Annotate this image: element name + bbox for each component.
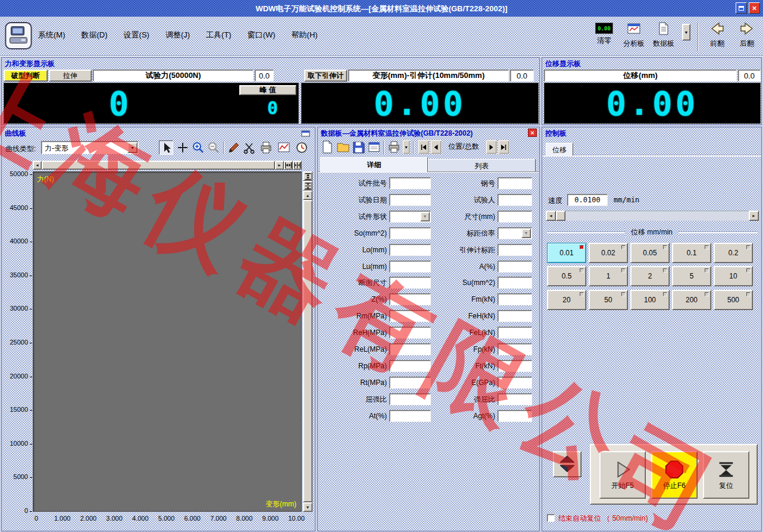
first-record-button[interactable] — [418, 140, 429, 154]
form-input-right-5[interactable] — [498, 244, 532, 256]
fit-height-button[interactable] — [303, 171, 312, 181]
data-board-dropdown[interactable]: ▼ — [682, 24, 690, 40]
save-button[interactable] — [351, 140, 365, 154]
form-input-left-5[interactable] — [389, 244, 431, 256]
menu-item-6[interactable]: 窗口(W) — [248, 30, 276, 40]
form-input-left-9[interactable] — [389, 310, 431, 322]
pointer-tool-button[interactable] — [159, 140, 173, 155]
speed-button-100[interactable]: 100 — [630, 290, 670, 310]
last-record-button[interactable] — [498, 140, 509, 154]
prev-record-button[interactable] — [430, 140, 442, 154]
form-input-right-7[interactable] — [498, 277, 532, 289]
tensile-mode-button[interactable]: 拉伸 — [49, 70, 92, 82]
form-input-right-2[interactable] — [498, 194, 532, 206]
slider-right-button[interactable]: ► — [749, 211, 759, 221]
form-input-left-1[interactable] — [389, 177, 431, 189]
break-judge-button[interactable]: 破型判断 — [4, 70, 48, 82]
chevron-down-icon[interactable]: ▼ — [127, 142, 137, 153]
form-input-right-10[interactable] — [498, 327, 532, 339]
form-input-left-4[interactable] — [389, 227, 431, 239]
form-input-right-4[interactable]: ▼ — [498, 227, 532, 239]
form-input-right-1[interactable] — [498, 177, 532, 189]
cut-curve-button[interactable] — [242, 140, 257, 155]
form-input-right-13[interactable] — [498, 377, 532, 389]
form-input-right-6[interactable] — [498, 261, 532, 273]
chart-plot-area[interactable]: 力(N) 变形(mm) — [33, 171, 302, 512]
speed-button-200[interactable]: 200 — [672, 290, 711, 310]
speed-button-0.02[interactable]: 0.02 — [589, 243, 628, 263]
tab-displacement[interactable]: 位移 — [546, 143, 573, 156]
speed-input[interactable]: 0.0100 — [567, 194, 608, 206]
remove-extensometer-button[interactable]: 取下引伸计 — [304, 70, 347, 82]
h-scroll-thumb[interactable] — [42, 161, 275, 170]
speed-button-2[interactable]: 2 — [630, 266, 670, 286]
speed-button-0.01[interactable]: 0.01 — [547, 243, 586, 263]
scroll-down-button[interactable]: ▼ — [303, 502, 312, 512]
form-input-right-15[interactable] — [498, 410, 532, 422]
menu-item-3[interactable]: 设置(S) — [124, 30, 149, 40]
close-button[interactable]: × — [749, 2, 760, 14]
speed-button-0.2[interactable]: 0.2 — [714, 243, 753, 263]
report-form-button[interactable] — [367, 140, 381, 154]
minimize-button[interactable] — [736, 2, 747, 14]
slider-thumb[interactable] — [556, 211, 565, 221]
curve-chart-button[interactable] — [277, 140, 291, 155]
data-board-button[interactable]: 数据板 — [652, 20, 675, 49]
form-input-left-14[interactable] — [389, 393, 431, 405]
annotate-tool-button[interactable] — [227, 140, 241, 155]
v-scroll-thumb[interactable] — [303, 200, 312, 502]
form-input-left-3[interactable]: ▼ — [389, 211, 431, 223]
form-input-left-10[interactable] — [389, 327, 431, 339]
menu-item-2[interactable]: 数据(D) — [82, 30, 108, 40]
speed-slider[interactable]: ◄ ► — [546, 211, 759, 221]
reset-button[interactable]: 复位 — [703, 451, 749, 499]
menu-item-7[interactable]: 帮助(H) — [292, 30, 318, 40]
speed-button-5[interactable]: 5 — [672, 266, 711, 286]
speed-button-1[interactable]: 1 — [589, 266, 628, 286]
form-input-right-8[interactable] — [498, 293, 532, 305]
form-input-left-11[interactable] — [389, 343, 431, 355]
scroll-right-button[interactable]: ► — [275, 161, 284, 170]
form-input-right-12[interactable] — [498, 360, 532, 372]
form-input-right-14[interactable] — [498, 393, 532, 405]
open-file-button[interactable] — [336, 140, 350, 154]
tab-list[interactable]: 列表 — [428, 159, 536, 172]
zoom-out-button[interactable] — [207, 140, 221, 155]
print-curve-button[interactable] — [259, 140, 273, 155]
speed-button-0.1[interactable]: 0.1 — [672, 243, 711, 263]
scroll-left-button[interactable]: ◄ — [33, 161, 42, 170]
zoom-in-button[interactable] — [191, 140, 205, 155]
data-board-close-button[interactable]: × — [528, 129, 537, 137]
slider-left-button[interactable]: ◄ — [546, 211, 556, 221]
fit-all-y-button[interactable] — [303, 181, 312, 190]
combo-dropdown-icon[interactable]: ▼ — [420, 212, 430, 221]
next-record-button[interactable] — [486, 140, 497, 154]
form-input-left-8[interactable] — [389, 293, 431, 305]
menu-item-1[interactable]: 系统(M) — [38, 30, 65, 40]
form-input-left-6[interactable] — [389, 261, 431, 273]
next-page-button[interactable]: 后翻 — [736, 20, 758, 49]
chart-h-scrollbar[interactable]: ◄ ► — [33, 161, 302, 170]
form-input-left-15[interactable] — [389, 410, 431, 422]
form-input-right-9[interactable] — [498, 310, 532, 322]
speed-button-50[interactable]: 50 — [589, 290, 628, 310]
start-button[interactable]: 开始F5 — [599, 451, 646, 499]
fit-width-button[interactable] — [284, 161, 293, 170]
speed-button-10[interactable]: 10 — [714, 266, 753, 286]
curve-type-select[interactable]: 力-变形 ▼ — [41, 141, 139, 154]
form-input-left-2[interactable] — [389, 194, 431, 206]
menu-item-5[interactable]: 工具(T) — [206, 30, 232, 40]
stop-button[interactable]: 停止F6 — [651, 451, 698, 499]
scroll-up-button[interactable]: ▲ — [303, 190, 312, 200]
form-input-left-7[interactable] — [389, 277, 431, 289]
fit-all-x-button[interactable] — [293, 161, 302, 170]
combo-dropdown-icon[interactable]: ▼ — [521, 229, 531, 238]
form-input-right-11[interactable] — [498, 343, 532, 355]
print-dropdown-button[interactable]: ▼ — [402, 140, 410, 154]
clear-zero-button[interactable]: 0.00 清零 — [593, 20, 615, 46]
speed-button-20[interactable]: 20 — [547, 290, 586, 310]
speed-button-0.05[interactable]: 0.05 — [630, 243, 670, 263]
form-input-left-12[interactable] — [389, 360, 431, 372]
tab-detail[interactable]: 详细 — [320, 157, 428, 172]
form-input-right-3[interactable] — [498, 211, 532, 223]
